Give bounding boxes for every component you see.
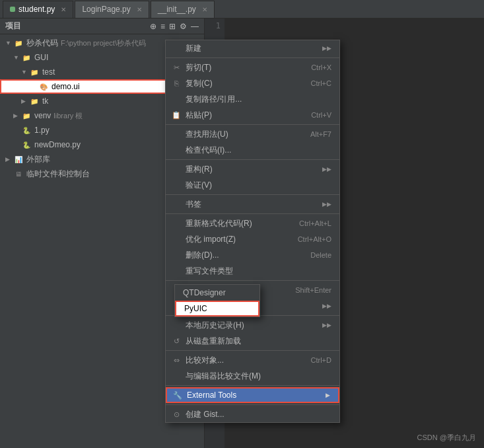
menu-label-refactor: 重构(R) [186,164,213,175]
arrow-root [5,40,13,46]
sep-9 [166,385,339,386]
menu-item-inspect[interactable]: 检查代码(I)... [166,142,339,158]
menu-label-external-tools: External Tools [187,391,236,400]
tab-init-py[interactable]: __init__.py ✕ [151,1,215,18]
split-icon[interactable]: ⊞ [169,22,176,31]
menu-shortcut-delete: Delete [310,251,331,259]
menu-shortcut-paste: Ctrl+V [311,111,331,119]
sep-1 [166,57,339,58]
sidebar-title: 项目 [5,20,21,32]
menu-compareeditor-left: 与编辑器比较文件(M) [171,371,261,382]
sep-2 [166,124,339,125]
menu-item-override-filetype[interactable]: 重写文件类型 [166,263,339,279]
menu-label-delete: 删除(D)... [186,250,219,261]
tab-bar: student.py ✕ LoginPage.py ✕ __init__.py … [0,0,484,19]
gist-icon: ⊙ [171,410,182,419]
tree-label-tk: tk [42,96,48,106]
menu-findusage-left: 查找用法(U) [171,129,228,140]
tab-close-student[interactable]: ✕ [61,6,66,13]
menu-shortcut-optimize: Ctrl+Alt+O [298,235,331,243]
menu-item-reload[interactable]: ↺ 从磁盘重新加载 [166,333,339,349]
cut-icon: ✂ [171,63,182,72]
tree-venv-suffix: library 根 [53,111,83,121]
menu-item-bookmark[interactable]: 书签 ▶ [166,196,339,212]
menu-shortcut-copy: Ctrl+C [311,79,331,87]
menu-item-validate[interactable]: 验证(V) [166,177,339,193]
python-icon-newdmeo: 🐍 [21,140,32,149]
menu-new-left: 新建 [171,43,201,54]
folder-icon-gui: 📁 [21,53,32,62]
arrow-test [21,69,29,75]
tree-label-gui: GUI [34,53,48,62]
sep-5 [166,213,339,214]
menu-item-create-gist[interactable]: ⊙ 创建 Gist... [166,406,339,422]
tab-student-py[interactable]: student.py ✕ [3,1,73,18]
tab-label-student: student.py [18,5,55,14]
sidebar-toolbar: ⊕ ≡ ⊞ ⚙ — [150,22,199,31]
arrow-gui [13,54,21,61]
menu-item-find-usage[interactable]: 查找用法(U) Alt+F7 [166,126,339,142]
submenu-label-pyuic: PyUIC [184,304,207,313]
menu-copypath-left: 复制路径/引用... [171,94,242,105]
sidebar-header: 项目 ⊕ ≡ ⊞ ⚙ — [0,19,204,34]
sep-3 [166,159,339,160]
menu-overridetype-left: 重写文件类型 [171,266,233,277]
sep-8 [166,350,339,351]
menu-item-local-history[interactable]: 本地历史记录(H) ▶ [166,317,339,333]
ui-icon-demo: 🎨 [38,82,49,91]
tree-label-venv: venv [34,111,51,120]
menu-item-copy[interactable]: ⎘ 复制(C) Ctrl+C [166,75,339,91]
list-icon[interactable]: ≡ [160,22,165,31]
menu-cut-left: ✂ 剪切(T) [171,62,211,73]
menu-shortcut-cut: Ctrl+X [311,63,331,71]
watermark: CSDN @季白九月 [417,433,476,443]
menu-item-new[interactable]: 新建 ▶ [166,40,339,56]
arrow-venv [13,112,21,119]
submenu-item-pyuic[interactable]: PyUIC [175,301,259,317]
sep-10 [166,404,339,405]
menu-item-paste[interactable]: 📋 粘贴(P) Ctrl+V [166,107,339,123]
tab-dot-green [10,7,15,12]
arrow-ext-lib [5,156,13,163]
menu-shortcut-opensplit: Shift+Enter [295,286,331,294]
menu-item-reformat[interactable]: 重新格式化代码(R) Ctrl+Alt+L [166,215,339,231]
close-sidebar-icon[interactable]: — [191,22,199,31]
tab-close-loginpage[interactable]: ✕ [137,6,142,13]
submenu-item-qtdesigner[interactable]: QTDesigner [175,285,259,301]
menu-label-new: 新建 [186,43,201,54]
tab-loginpage-py[interactable]: LoginPage.py ✕ [75,1,149,18]
menu-item-compare[interactable]: ⇔ 比较对象... Ctrl+D [166,352,339,368]
menu-item-delete[interactable]: 删除(D)... Delete [166,247,339,263]
arrow-tk [21,98,29,104]
menu-localhistory-left: 本地历史记录(H) [171,320,244,331]
folder-icon-root: 📁 [13,38,24,48]
add-icon[interactable]: ⊕ [150,22,156,31]
compare-icon: ⇔ [171,356,182,365]
tree-label-temp: 临时文件和控制台 [26,168,90,180]
menu-label-find-usage: 查找用法(U) [186,129,228,140]
menu-arrow-localhistory: ▶ [322,322,331,328]
menu-item-refactor[interactable]: 重构(R) ▶ [166,161,339,177]
menu-label-copy-path: 复制路径/引用... [186,94,242,105]
menu-arrow-exttools: ▶ [326,392,330,398]
menu-item-compare-editor[interactable]: 与编辑器比较文件(M) [166,368,339,384]
tab-close-init[interactable]: ✕ [202,6,207,13]
menu-reload-left: ↺ 从磁盘重新加载 [171,336,241,347]
python-icon-1py: 🐍 [21,126,32,135]
menu-arrow-refactor: ▶ [322,166,331,172]
paste-icon: 📋 [171,111,182,120]
menu-item-copy-path[interactable]: 复制路径/引用... [166,91,339,107]
menu-item-cut[interactable]: ✂ 剪切(T) Ctrl+X [166,59,339,75]
watermark-text: CSDN @季白九月 [417,433,476,441]
menu-label-local-history: 本地历史记录(H) [186,320,244,331]
menu-label-paste: 粘贴(P) [186,110,212,121]
menu-item-external-tools[interactable]: 🔧 External Tools ▶ [166,387,339,403]
menu-label-reload: 从磁盘重新加载 [186,336,241,347]
menu-item-optimize-import[interactable]: 优化 import(Z) Ctrl+Alt+O [166,231,339,247]
sep-4 [166,194,339,195]
menu-arrow-bookmark: ▶ [322,201,331,207]
lib-icon: 📊 [13,155,24,164]
context-menu: 新建 ▶ ✂ 剪切(T) Ctrl+X ⎘ 复制(C) Ctrl+C 复制路径/… [165,40,340,423]
menu-shortcut-compare: Ctrl+D [311,356,331,364]
settings-icon[interactable]: ⚙ [180,22,187,31]
